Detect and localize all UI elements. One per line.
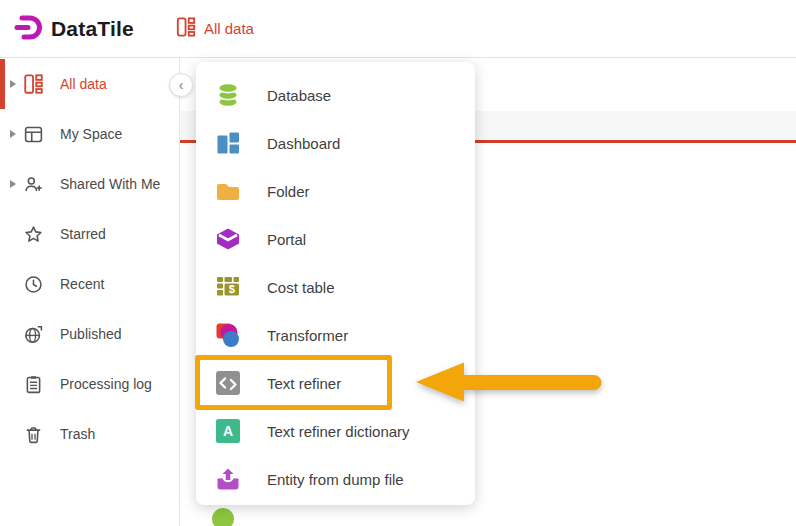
menu-item-label: Text refiner: [267, 375, 341, 392]
sidebar-item-label: Shared With Me: [60, 176, 160, 192]
menu-item-database[interactable]: Database: [196, 71, 475, 119]
menu-item-label: Database: [267, 87, 331, 104]
logo-text: DataTile: [51, 17, 134, 41]
clipped-green-icon: [212, 508, 234, 526]
sidebar-item-label: Starred: [60, 226, 106, 242]
dashboard-icon: [215, 130, 241, 156]
menu-item-label: Text refiner dictionary: [267, 423, 410, 440]
code-icon: [215, 370, 241, 396]
menu-item-text-refiner[interactable]: Text refiner: [196, 359, 475, 407]
sidebar-item-all-data[interactable]: All data: [0, 59, 179, 109]
menu-item-portal[interactable]: Portal: [196, 215, 475, 263]
sidebar-item-label: Processing log: [60, 376, 152, 392]
menu-item-label: Portal: [267, 231, 306, 248]
app-header: DataTile All data: [0, 0, 796, 58]
sidebar-item-label: All data: [60, 76, 107, 92]
cost-table-icon: $: [215, 274, 241, 300]
transformer-icon: [215, 322, 241, 348]
dictionary-icon: A: [215, 418, 241, 444]
sidebar-item-trash[interactable]: Trash: [0, 409, 179, 459]
portal-icon: [215, 226, 241, 252]
sidebar-item-label: Recent: [60, 276, 104, 292]
sidebar-item-starred[interactable]: Starred: [0, 209, 179, 259]
trash-icon: [22, 423, 44, 445]
database-icon: [215, 82, 241, 108]
menu-item-text-refiner-dictionary[interactable]: A Text refiner dictionary: [196, 407, 475, 455]
menu-item-label: Transformer: [267, 327, 348, 344]
expand-caret-icon[interactable]: [10, 80, 16, 88]
menu-item-entity-from-dump-file[interactable]: Entity from dump file: [196, 455, 475, 503]
globe-icon: [22, 323, 44, 345]
person-add-icon: [22, 173, 44, 195]
sidebar-item-label: Trash: [60, 426, 95, 442]
sidebar-item-my-space[interactable]: My Space: [0, 109, 179, 159]
star-icon: [22, 223, 44, 245]
sidebar-item-recent[interactable]: Recent: [0, 259, 179, 309]
folder-icon: [215, 178, 241, 204]
sidebar-item-label: Published: [60, 326, 122, 342]
menu-item-label: Cost table: [267, 279, 335, 296]
menu-item-label: Entity from dump file: [267, 471, 404, 488]
sidebar-collapse-button[interactable]: ‹: [169, 73, 193, 97]
expand-caret-icon[interactable]: [10, 130, 16, 138]
sidebar-item-processing-log[interactable]: Processing log: [0, 359, 179, 409]
sidebar-item-published[interactable]: Published: [0, 309, 179, 359]
sidebar-nav: All data My Space Shared With Me: [0, 57, 180, 526]
sidebar-item-label: My Space: [60, 126, 122, 142]
clipboard-icon: [22, 373, 44, 395]
expand-caret-icon[interactable]: [10, 180, 16, 188]
svg-text:$: $: [229, 283, 235, 295]
clock-icon: [22, 273, 44, 295]
all-data-icon: [22, 73, 44, 95]
my-space-icon: [22, 123, 44, 145]
menu-item-transformer[interactable]: Transformer: [196, 311, 475, 359]
breadcrumb-label: All data: [204, 20, 254, 37]
upload-tray-icon: [215, 466, 241, 492]
menu-item-cost-table[interactable]: $ Cost table: [196, 263, 475, 311]
datatile-logo[interactable]: DataTile: [14, 12, 134, 46]
menu-item-folder[interactable]: Folder: [196, 167, 475, 215]
menu-item-label: Folder: [267, 183, 310, 200]
datatile-logo-icon: [14, 12, 44, 46]
sidebar-item-shared-with-me[interactable]: Shared With Me: [0, 159, 179, 209]
all-data-icon: [176, 16, 196, 42]
menu-item-label: Dashboard: [267, 135, 340, 152]
breadcrumb[interactable]: All data: [176, 16, 254, 42]
svg-text:A: A: [223, 423, 233, 439]
menu-item-dashboard[interactable]: Dashboard: [196, 119, 475, 167]
create-entity-menu: Database Dashboard Folder Portal: [196, 62, 475, 505]
